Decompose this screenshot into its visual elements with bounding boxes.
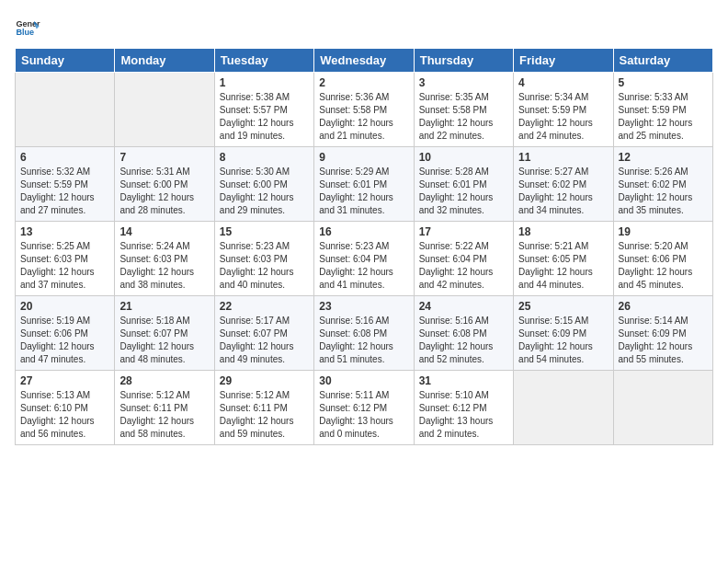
day-content: Sunrise: 5:33 AM Sunset: 5:59 PM Dayligh…: [619, 91, 708, 143]
calendar-table: SundayMondayTuesdayWednesdayThursdayFrid…: [15, 48, 713, 445]
calendar-cell: [514, 371, 613, 445]
day-content: Sunrise: 5:18 AM Sunset: 6:07 PM Dayligh…: [119, 315, 209, 366]
day-content: Sunrise: 5:20 AM Sunset: 6:06 PM Dayligh…: [619, 240, 708, 292]
calendar-cell: 12Sunrise: 5:26 AM Sunset: 6:02 PM Dayli…: [613, 147, 712, 222]
calendar-cell: 27Sunrise: 5:13 AM Sunset: 6:10 PM Dayli…: [16, 371, 115, 445]
calendar-cell: 14Sunrise: 5:24 AM Sunset: 6:03 PM Dayli…: [115, 222, 214, 296]
calendar-cell: 8Sunrise: 5:30 AM Sunset: 6:00 PM Daylig…: [214, 147, 313, 222]
day-number: 10: [419, 151, 508, 164]
header-friday: Friday: [514, 49, 613, 73]
header-wednesday: Wednesday: [314, 49, 414, 73]
day-number: 4: [518, 76, 608, 89]
day-number: 6: [20, 151, 109, 164]
day-number: 15: [220, 225, 309, 238]
day-number: 27: [20, 374, 109, 387]
day-content: Sunrise: 5:11 AM Sunset: 6:12 PM Dayligh…: [319, 389, 408, 441]
day-content: Sunrise: 5:16 AM Sunset: 6:08 PM Dayligh…: [319, 315, 408, 366]
day-content: Sunrise: 5:15 AM Sunset: 6:09 PM Dayligh…: [518, 315, 608, 366]
calendar-cell: 4Sunrise: 5:34 AM Sunset: 5:59 PM Daylig…: [514, 73, 613, 147]
calendar-cell: [16, 73, 115, 147]
calendar-cell: 11Sunrise: 5:27 AM Sunset: 6:02 PM Dayli…: [514, 147, 613, 222]
day-content: Sunrise: 5:25 AM Sunset: 6:03 PM Dayligh…: [20, 240, 109, 292]
day-content: Sunrise: 5:29 AM Sunset: 6:01 PM Dayligh…: [319, 166, 408, 217]
day-content: Sunrise: 5:34 AM Sunset: 5:59 PM Dayligh…: [518, 91, 608, 143]
day-number: 23: [319, 300, 408, 313]
calendar-cell: 31Sunrise: 5:10 AM Sunset: 6:12 PM Dayli…: [414, 371, 513, 445]
day-content: Sunrise: 5:14 AM Sunset: 6:09 PM Dayligh…: [619, 315, 708, 366]
calendar-cell: [115, 73, 214, 147]
calendar-cell: 20Sunrise: 5:19 AM Sunset: 6:06 PM Dayli…: [16, 296, 115, 371]
calendar-cell: 7Sunrise: 5:31 AM Sunset: 6:00 PM Daylig…: [115, 147, 214, 222]
day-number: 31: [419, 374, 508, 387]
calendar-cell: 10Sunrise: 5:28 AM Sunset: 6:01 PM Dayli…: [414, 147, 513, 222]
calendar-cell: 23Sunrise: 5:16 AM Sunset: 6:08 PM Dayli…: [314, 296, 414, 371]
calendar-week-row: 6Sunrise: 5:32 AM Sunset: 5:59 PM Daylig…: [16, 147, 713, 222]
svg-text:Blue: Blue: [16, 28, 34, 37]
logo: General Blue: [15, 15, 44, 40]
day-content: Sunrise: 5:35 AM Sunset: 5:58 PM Dayligh…: [419, 91, 508, 143]
day-content: Sunrise: 5:12 AM Sunset: 6:11 PM Dayligh…: [220, 389, 309, 441]
calendar-cell: 25Sunrise: 5:15 AM Sunset: 6:09 PM Dayli…: [514, 296, 613, 371]
day-number: 19: [619, 225, 708, 238]
day-content: Sunrise: 5:13 AM Sunset: 6:10 PM Dayligh…: [20, 389, 109, 441]
calendar-cell: 1Sunrise: 5:38 AM Sunset: 5:57 PM Daylig…: [214, 73, 313, 147]
day-content: Sunrise: 5:28 AM Sunset: 6:01 PM Dayligh…: [419, 166, 508, 217]
day-number: 26: [619, 300, 708, 313]
calendar-cell: 13Sunrise: 5:25 AM Sunset: 6:03 PM Dayli…: [16, 222, 115, 296]
day-number: 5: [619, 76, 708, 89]
day-number: 13: [20, 225, 109, 238]
calendar-week-row: 1Sunrise: 5:38 AM Sunset: 5:57 PM Daylig…: [16, 73, 713, 147]
day-number: 18: [518, 225, 608, 238]
day-number: 28: [119, 374, 209, 387]
day-content: Sunrise: 5:22 AM Sunset: 6:04 PM Dayligh…: [419, 240, 508, 292]
calendar-week-row: 20Sunrise: 5:19 AM Sunset: 6:06 PM Dayli…: [16, 296, 713, 371]
day-number: 29: [220, 374, 309, 387]
day-number: 22: [220, 300, 309, 313]
header-thursday: Thursday: [414, 49, 513, 73]
calendar-cell: 21Sunrise: 5:18 AM Sunset: 6:07 PM Dayli…: [115, 296, 214, 371]
day-number: 30: [319, 374, 408, 387]
day-number: 9: [319, 151, 408, 164]
day-content: Sunrise: 5:16 AM Sunset: 6:08 PM Dayligh…: [419, 315, 508, 366]
day-number: 14: [119, 225, 209, 238]
calendar-cell: 15Sunrise: 5:23 AM Sunset: 6:03 PM Dayli…: [214, 222, 313, 296]
day-number: 16: [319, 225, 408, 238]
day-content: Sunrise: 5:30 AM Sunset: 6:00 PM Dayligh…: [220, 166, 309, 217]
calendar-cell: 24Sunrise: 5:16 AM Sunset: 6:08 PM Dayli…: [414, 296, 513, 371]
calendar-cell: [613, 371, 712, 445]
page-header: General Blue: [15, 15, 713, 40]
day-number: 20: [20, 300, 109, 313]
logo-icon: General Blue: [15, 15, 40, 40]
day-content: Sunrise: 5:17 AM Sunset: 6:07 PM Dayligh…: [220, 315, 309, 366]
day-content: Sunrise: 5:23 AM Sunset: 6:04 PM Dayligh…: [319, 240, 408, 292]
header-sunday: Sunday: [16, 49, 115, 73]
day-number: 25: [518, 300, 608, 313]
day-content: Sunrise: 5:26 AM Sunset: 6:02 PM Dayligh…: [619, 166, 708, 217]
day-content: Sunrise: 5:10 AM Sunset: 6:12 PM Dayligh…: [419, 389, 508, 441]
calendar-week-row: 13Sunrise: 5:25 AM Sunset: 6:03 PM Dayli…: [16, 222, 713, 296]
calendar-cell: 30Sunrise: 5:11 AM Sunset: 6:12 PM Dayli…: [314, 371, 414, 445]
day-number: 1: [220, 76, 309, 89]
day-number: 17: [419, 225, 508, 238]
day-number: 7: [119, 151, 209, 164]
header-monday: Monday: [115, 49, 214, 73]
day-number: 24: [419, 300, 508, 313]
day-content: Sunrise: 5:32 AM Sunset: 5:59 PM Dayligh…: [20, 166, 109, 217]
calendar-cell: 22Sunrise: 5:17 AM Sunset: 6:07 PM Dayli…: [214, 296, 313, 371]
day-content: Sunrise: 5:38 AM Sunset: 5:57 PM Dayligh…: [220, 91, 309, 143]
calendar-cell: 28Sunrise: 5:12 AM Sunset: 6:11 PM Dayli…: [115, 371, 214, 445]
day-content: Sunrise: 5:19 AM Sunset: 6:06 PM Dayligh…: [20, 315, 109, 366]
calendar-cell: 16Sunrise: 5:23 AM Sunset: 6:04 PM Dayli…: [314, 222, 414, 296]
calendar-cell: 19Sunrise: 5:20 AM Sunset: 6:06 PM Dayli…: [613, 222, 712, 296]
calendar-cell: 26Sunrise: 5:14 AM Sunset: 6:09 PM Dayli…: [613, 296, 712, 371]
calendar-cell: 17Sunrise: 5:22 AM Sunset: 6:04 PM Dayli…: [414, 222, 513, 296]
day-number: 12: [619, 151, 708, 164]
day-content: Sunrise: 5:23 AM Sunset: 6:03 PM Dayligh…: [220, 240, 309, 292]
calendar-cell: 6Sunrise: 5:32 AM Sunset: 5:59 PM Daylig…: [16, 147, 115, 222]
calendar-cell: 9Sunrise: 5:29 AM Sunset: 6:01 PM Daylig…: [314, 147, 414, 222]
header-saturday: Saturday: [613, 49, 712, 73]
day-number: 3: [419, 76, 508, 89]
day-content: Sunrise: 5:12 AM Sunset: 6:11 PM Dayligh…: [119, 389, 209, 441]
calendar-header-row: SundayMondayTuesdayWednesdayThursdayFrid…: [16, 49, 713, 73]
day-content: Sunrise: 5:21 AM Sunset: 6:05 PM Dayligh…: [518, 240, 608, 292]
